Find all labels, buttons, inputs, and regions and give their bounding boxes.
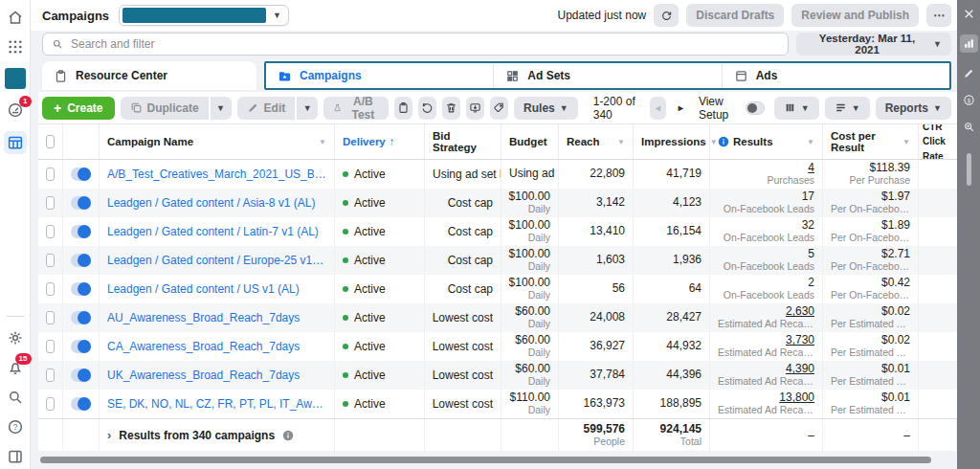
header-delivery[interactable]: Delivery↑ xyxy=(335,124,425,159)
header-budget[interactable]: Budget xyxy=(501,124,559,159)
row-checkbox[interactable] xyxy=(46,254,55,267)
discard-drafts-button[interactable]: Discard Drafts xyxy=(686,4,784,27)
search-input[interactable] xyxy=(71,37,779,51)
campaign-active-toggle[interactable] xyxy=(71,225,91,238)
panel-scrollbar-thumb[interactable] xyxy=(967,153,971,186)
rules-dropdown[interactable]: Rules ▼ xyxy=(514,97,578,120)
row-checkbox[interactable] xyxy=(46,368,55,382)
campaign-active-toggle[interactable] xyxy=(71,254,91,267)
impressions-value: 1,936 xyxy=(673,254,702,266)
export-button[interactable] xyxy=(466,97,484,120)
campaign-name-link[interactable]: Leadgen / Gated content / Latin-7 v1 (AL… xyxy=(107,225,319,238)
tab-ad-sets[interactable]: Ad Sets xyxy=(494,63,722,88)
zoom-in-icon[interactable] xyxy=(963,121,975,133)
close-icon[interactable] xyxy=(963,8,975,20)
more-options-button[interactable]: ⋯ xyxy=(926,4,951,27)
home-icon[interactable] xyxy=(7,9,24,26)
view-setup-toggle[interactable] xyxy=(746,101,765,115)
campaign-name-link[interactable]: Leadgen / Gated content / US v1 (AL) xyxy=(107,282,300,296)
select-all-checkbox[interactable] xyxy=(46,135,55,148)
help-icon[interactable]: ? xyxy=(7,418,24,436)
level-tab-group: Campaigns Ad Sets Ads xyxy=(264,61,951,90)
campaign-active-toggle[interactable] xyxy=(71,311,91,324)
row-checkbox[interactable] xyxy=(46,397,55,411)
settings-gear-icon[interactable] xyxy=(7,329,24,346)
row-checkbox[interactable] xyxy=(46,282,55,296)
results-value[interactable]: 3,730 xyxy=(786,334,814,346)
create-button[interactable]: + Create xyxy=(42,97,115,120)
date-range-picker[interactable]: Yesterday: Mar 11, 2021 ▼ xyxy=(796,33,951,56)
collapse-panel-icon[interactable] xyxy=(7,448,24,465)
results-value[interactable]: 4,390 xyxy=(786,363,814,375)
campaign-name-link[interactable]: A/B_Test_Creatives_March_2021_US_Broad_.… xyxy=(107,168,326,181)
campaign-name-link[interactable]: AU_Awareness_Broad_Reach_7days xyxy=(107,311,300,324)
results-value[interactable]: 2 xyxy=(808,277,814,289)
duplicate-button[interactable]: Duplicate xyxy=(121,97,209,120)
header-bid-strategy[interactable]: Bid Strategy xyxy=(425,124,501,159)
charts-panel-icon[interactable] xyxy=(960,34,978,53)
breakdown-dropdown[interactable]: ▼ xyxy=(825,97,870,120)
results-value[interactable]: 2,630 xyxy=(786,305,814,318)
header-campaign-name[interactable]: Campaign Name▼ xyxy=(100,124,335,159)
revert-button[interactable] xyxy=(418,97,436,120)
campaign-name-link[interactable]: CA_Awareness_Broad_Reach_7days xyxy=(107,340,300,353)
edit-button[interactable]: Edit xyxy=(237,97,296,120)
billing-coin-icon[interactable]: $ xyxy=(963,94,975,106)
header-results[interactable]: Results▼ xyxy=(710,124,823,159)
expand-chevron-icon[interactable]: › xyxy=(107,428,111,442)
edit-dropdown-button[interactable]: ▼ xyxy=(297,97,318,120)
ab-test-button[interactable]: A/B Test xyxy=(323,97,389,120)
ad-account-selector[interactable]: ▼ xyxy=(119,5,289,26)
row-checkbox[interactable] xyxy=(46,225,55,238)
row-checkbox[interactable] xyxy=(46,168,55,181)
campaign-active-toggle[interactable] xyxy=(71,196,91,210)
duplicate-dropdown-button[interactable]: ▼ xyxy=(211,97,232,120)
results-value[interactable]: 13,800 xyxy=(779,391,814,404)
results-value[interactable]: 4 xyxy=(808,162,814,174)
paste-button[interactable] xyxy=(394,97,412,120)
notifications-bell-icon[interactable]: 15 xyxy=(7,359,24,376)
campaign-active-toggle[interactable] xyxy=(71,397,91,411)
delete-button[interactable] xyxy=(442,97,460,120)
campaign-name-link[interactable]: SE, DK, NO, NL, CZ, FR, PT, PL, IT_Aware… xyxy=(107,397,326,411)
header-ctr[interactable]: CTRClickRate xyxy=(919,124,957,159)
campaign-name-link[interactable]: Leadgen / Gated content / Asia-8 v1 (AL) xyxy=(107,196,315,210)
results-value[interactable]: 5 xyxy=(808,248,814,260)
horizontal-scrollbar-thumb[interactable] xyxy=(40,457,931,463)
header-reach[interactable]: Reach▼ xyxy=(559,124,634,159)
campaign-name-link[interactable]: Leadgen / Gated content / Europe-25 v1 (… xyxy=(107,254,326,267)
ads-manager-table-icon[interactable] xyxy=(4,131,27,154)
review-publish-button[interactable]: Review and Publish xyxy=(791,4,919,27)
header-cost-per-result[interactable]: Cost per Result▼ xyxy=(823,124,919,159)
campaign-active-toggle[interactable] xyxy=(71,368,91,382)
account-overview-gauge-icon[interactable]: 1 xyxy=(7,101,24,119)
next-page-button[interactable]: ▸ xyxy=(672,97,689,120)
results-value[interactable]: 32 xyxy=(802,219,814,232)
campaign-name-link[interactable]: UK_Awareness_Broad_Reach_7days xyxy=(107,368,300,382)
campaign-active-toggle[interactable] xyxy=(71,340,91,353)
columns-dropdown[interactable]: ▼ xyxy=(774,97,819,120)
row-checkbox[interactable] xyxy=(46,311,55,324)
header-impressions[interactable]: Impressions▼ xyxy=(634,124,710,159)
active-status-dot xyxy=(343,315,348,321)
tags-button[interactable] xyxy=(490,97,508,120)
account-avatar[interactable] xyxy=(5,68,26,89)
search-icon[interactable] xyxy=(7,389,24,406)
campaign-active-toggle[interactable] xyxy=(71,168,91,181)
results-cell: 2On-Facebook Leads xyxy=(710,275,823,303)
campaign-active-toggle[interactable] xyxy=(71,282,91,296)
tab-campaigns-label: Campaigns xyxy=(300,69,362,82)
search-filter-box[interactable] xyxy=(42,33,789,56)
edit-panel-pencil-icon[interactable] xyxy=(963,67,975,79)
resource-center-tab[interactable]: Resource Center xyxy=(42,61,256,90)
apps-grid-icon[interactable] xyxy=(7,38,24,56)
refresh-button[interactable] xyxy=(654,4,679,27)
row-checkbox[interactable] xyxy=(46,196,55,210)
row-checkbox[interactable] xyxy=(46,340,55,353)
tab-ads[interactable]: Ads xyxy=(723,63,949,88)
cost-per-result-cell: $0.42Per On-Facebook Le... xyxy=(823,275,919,303)
results-value[interactable]: 17 xyxy=(802,190,814,203)
reports-dropdown[interactable]: Reports ▼ xyxy=(876,97,951,120)
prev-page-button[interactable]: ◂ xyxy=(650,97,667,120)
tab-campaigns[interactable]: Campaigns xyxy=(266,63,494,88)
